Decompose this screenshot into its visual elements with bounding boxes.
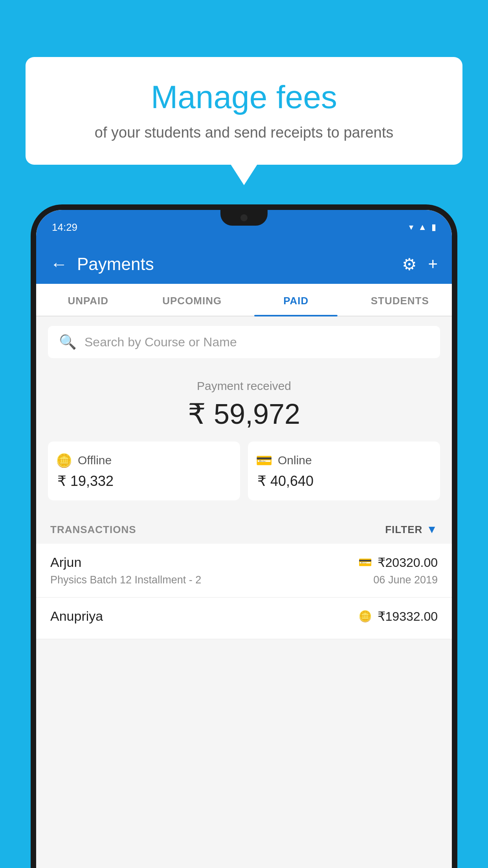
signal-icon: ▲: [418, 222, 427, 232]
add-button[interactable]: +: [428, 255, 438, 274]
tabs-bar: UNPAID UPCOMING PAID STUDENTS: [36, 284, 452, 316]
transactions-label: TRANSACTIONS: [50, 524, 136, 536]
status-icons: ▾ ▲ ▮: [409, 222, 436, 232]
payment-method-card-icon: 💳: [358, 556, 372, 569]
battery-icon: ▮: [431, 222, 436, 232]
notch: [220, 210, 268, 226]
status-bar: 14:29 ▾ ▲ ▮: [36, 210, 452, 245]
header-actions: ⚙ +: [402, 255, 438, 274]
course-name: Physics Batch 12 Installment - 2: [50, 574, 201, 586]
online-card: 💳 Online ₹ 40,640: [248, 441, 440, 500]
amount-row: 💳 ₹20320.00: [358, 555, 438, 570]
search-box[interactable]: 🔍 Search by Course or Name: [48, 326, 440, 358]
table-row[interactable]: Arjun 💳 ₹20320.00 Physics Batch 12 Insta…: [36, 544, 452, 598]
payment-cards: 🪙 Offline ₹ 19,332 💳 Online ₹ 40,640: [48, 441, 440, 500]
bubble-title: Manage fees: [49, 79, 439, 116]
filter-label: FILTER: [385, 524, 422, 536]
transaction-row-bottom: Physics Batch 12 Installment - 2 06 June…: [50, 574, 438, 586]
offline-card: 🪙 Offline ₹ 19,332: [48, 441, 240, 500]
transactions-header: TRANSACTIONS FILTER ▼: [36, 512, 452, 544]
student-name: Anupriya: [50, 609, 103, 624]
payment-method-cash-icon: 🪙: [358, 610, 372, 623]
tab-unpaid[interactable]: UNPAID: [36, 284, 140, 316]
speech-bubble: Manage fees of your students and send re…: [26, 57, 462, 165]
phone-frame: 14:29 ▾ ▲ ▮ ← Payments ⚙ + UNPAID UPCOMI…: [31, 204, 457, 868]
tab-upcoming[interactable]: UPCOMING: [140, 284, 244, 316]
bubble-subtitle: of your students and send receipts to pa…: [49, 124, 439, 141]
wifi-icon: ▾: [409, 222, 413, 232]
tab-students[interactable]: STUDENTS: [348, 284, 452, 316]
header-title: Payments: [77, 254, 393, 274]
speech-bubble-container: Manage fees of your students and send re…: [26, 57, 462, 165]
app-header: ← Payments ⚙ +: [36, 245, 452, 284]
settings-button[interactable]: ⚙: [402, 255, 417, 274]
search-icon: 🔍: [59, 334, 77, 350]
student-name: Arjun: [50, 555, 81, 570]
transaction-date: 06 June 2019: [373, 574, 438, 586]
tab-paid[interactable]: PAID: [244, 284, 348, 316]
filter-button[interactable]: FILTER ▼: [385, 523, 438, 536]
camera-dot: [240, 214, 248, 221]
offline-label: Offline: [78, 454, 112, 467]
transaction-row-top: Anupriya 🪙 ₹19332.00: [50, 609, 438, 624]
online-label: Online: [278, 454, 312, 467]
transaction-list: Arjun 💳 ₹20320.00 Physics Batch 12 Insta…: [36, 544, 452, 639]
search-input[interactable]: Search by Course or Name: [84, 335, 237, 349]
online-card-header: 💳 Online: [256, 452, 432, 468]
back-button[interactable]: ←: [50, 254, 68, 274]
search-container: 🔍 Search by Course or Name: [36, 316, 452, 368]
transaction-amount: ₹20320.00: [378, 555, 438, 570]
offline-icon: 🪙: [56, 452, 72, 468]
online-amount: ₹ 40,640: [256, 473, 432, 489]
payment-label: Payment received: [48, 379, 440, 393]
status-time: 14:29: [52, 221, 77, 234]
phone-inner: 14:29 ▾ ▲ ▮ ← Payments ⚙ + UNPAID UPCOMI…: [36, 210, 452, 868]
offline-card-header: 🪙 Offline: [56, 452, 232, 468]
payment-summary: Payment received ₹ 59,972 🪙 Offline ₹ 19…: [36, 368, 452, 512]
filter-icon: ▼: [426, 523, 438, 536]
online-icon: 💳: [256, 452, 272, 468]
transaction-amount: ₹19332.00: [378, 609, 438, 624]
payment-total-amount: ₹ 59,972: [48, 397, 440, 430]
amount-row: 🪙 ₹19332.00: [358, 609, 438, 624]
transaction-row-top: Arjun 💳 ₹20320.00: [50, 555, 438, 570]
offline-amount: ₹ 19,332: [56, 473, 232, 489]
table-row[interactable]: Anupriya 🪙 ₹19332.00: [36, 598, 452, 639]
